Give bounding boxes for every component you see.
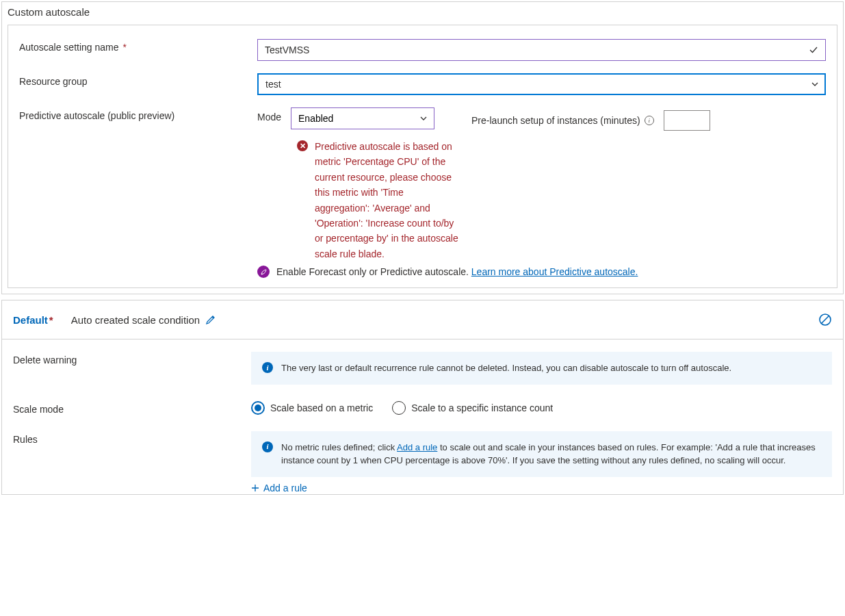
condition-header: Default* Auto created scale condition [2, 300, 843, 339]
add-rule-label: Add a rule [263, 483, 307, 493]
learn-more-link[interactable]: Learn more about Predictive autoscale. [471, 266, 638, 277]
add-rule-button[interactable]: Add a rule [251, 483, 307, 493]
svg-line-1 [822, 316, 829, 324]
condition-subtitle: Auto created scale condition [71, 314, 200, 326]
label-rules: Rules [13, 431, 251, 445]
forecast-text-plain: Enable Forecast only or Predictive autos… [276, 266, 471, 277]
radio-scale-metric-label: Scale based on a metric [270, 402, 373, 413]
row-delete-warning: Delete warning i The very last or defaul… [13, 352, 832, 385]
edit-icon[interactable] [205, 314, 216, 325]
required-star: * [49, 314, 53, 326]
label-predictive: Predictive autoscale (public preview) [19, 107, 257, 121]
label-scale-mode: Scale mode [13, 401, 251, 415]
label-delete-warning: Delete warning [13, 352, 251, 365]
scale-condition-panel: Default* Auto created scale condition De… [1, 300, 844, 495]
forecast-row: Enable Forecast only or Predictive autos… [257, 266, 826, 278]
rules-info-text: No metric rules defined; click Add a rul… [281, 441, 821, 467]
row-setting-name: Autoscale setting name * [19, 39, 826, 61]
delete-warning-text: The very last or default recurrence rule… [281, 361, 731, 375]
label-resource-group: Resource group [19, 73, 257, 87]
radio-scale-count[interactable]: Scale to a specific instance count [392, 401, 553, 415]
plus-icon [251, 484, 259, 492]
mode-select[interactable] [291, 107, 434, 129]
required-star: * [120, 42, 127, 53]
prelaunch-input[interactable] [664, 110, 710, 131]
custom-autoscale-panel: Custom autoscale Autoscale setting name … [1, 1, 844, 294]
rules-info-pre: No metric rules defined; click [281, 442, 397, 452]
condition-title-text: Default [13, 314, 48, 326]
delete-warning-banner: i The very last or default recurrence ru… [251, 352, 832, 385]
forecast-text: Enable Forecast only or Predictive autos… [276, 266, 638, 277]
disable-icon[interactable] [818, 313, 832, 326]
error-text: Predictive autoscale is based on metric … [315, 139, 461, 261]
add-rule-link-inline[interactable]: Add a rule [397, 442, 437, 452]
label-setting-name-text: Autoscale setting name [19, 42, 119, 53]
setting-name-input[interactable] [257, 39, 826, 61]
mode-label: Mode [257, 107, 281, 123]
condition-title: Default* [13, 314, 53, 326]
autoscale-form: Autoscale setting name * Resource group [8, 25, 837, 288]
radio-scale-count-label: Scale to a specific instance count [411, 402, 553, 413]
prelaunch-label: Pre-launch setup of instances (minutes) [471, 115, 640, 126]
condition-body: Delete warning i The very last or defaul… [2, 339, 843, 494]
resource-group-select[interactable] [257, 73, 826, 95]
row-resource-group: Resource group [19, 73, 826, 95]
row-scale-mode: Scale mode Scale based on a metric Scale… [13, 401, 832, 415]
info-icon: i [262, 362, 273, 373]
info-icon[interactable]: i [645, 116, 654, 125]
row-predictive: Predictive autoscale (public preview) Mo… [19, 107, 826, 261]
info-icon: i [262, 441, 273, 452]
rocket-icon [257, 266, 270, 278]
rules-info-banner: i No metric rules defined; click Add a r… [251, 431, 832, 477]
predictive-error: ✕ Predictive autoscale is based on metri… [297, 139, 461, 261]
radio-scale-metric[interactable]: Scale based on a metric [251, 401, 373, 415]
row-rules: Rules i No metric rules defined; click A… [13, 431, 832, 494]
label-setting-name: Autoscale setting name * [19, 39, 257, 53]
panel-title: Custom autoscale [2, 2, 843, 25]
error-icon: ✕ [297, 140, 308, 151]
scale-mode-radio-group: Scale based on a metric Scale to a speci… [251, 401, 832, 415]
